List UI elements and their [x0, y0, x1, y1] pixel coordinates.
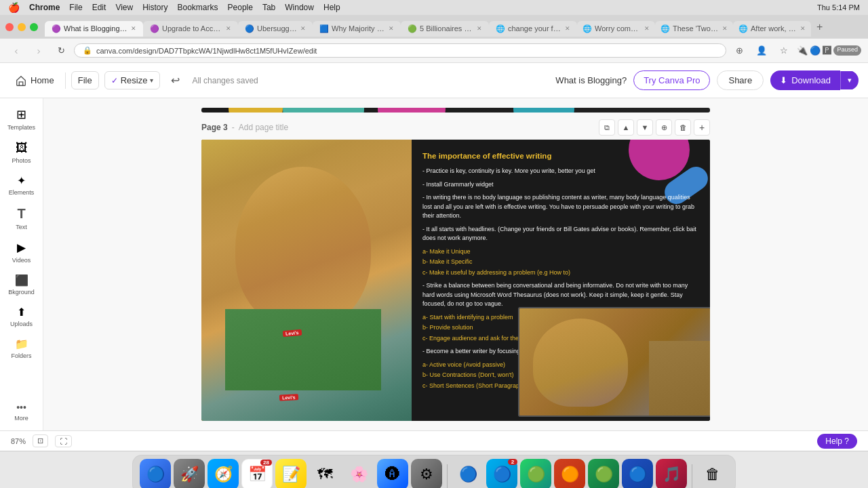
tab-close-icon[interactable]: ✕: [389, 25, 394, 32]
dock-icon-systemprefs[interactable]: ⚙: [411, 459, 442, 489]
sidebar-item-photos[interactable]: 🖼 Photos: [3, 136, 41, 169]
tab-label: What is Blogging? - Y...: [64, 24, 128, 33]
try-pro-button[interactable]: Try Canva Pro: [633, 70, 710, 90]
page-down-button[interactable]: ▼: [637, 119, 653, 136]
tab-what-is-blogging[interactable]: 🟣 What is Blogging? - Y... ✕: [45, 21, 143, 37]
back-button[interactable]: ‹: [7, 41, 26, 60]
dock-icon-notes[interactable]: 📝: [275, 459, 307, 489]
dock-icon-finder[interactable]: 🔵: [140, 459, 171, 489]
help-button[interactable]: Help ?: [817, 434, 857, 449]
menu-history[interactable]: History: [142, 3, 167, 12]
tab-why-majority[interactable]: 🟦 Why Majority Of Star... ✕: [313, 21, 401, 37]
tab-close-icon[interactable]: ✕: [477, 25, 482, 32]
ext-icon-2[interactable]: 🔵: [810, 45, 821, 56]
dock-icon-excel[interactable]: 🟢: [588, 459, 619, 489]
dock-icon-trash[interactable]: 🗑: [697, 459, 728, 489]
tab-close-icon[interactable]: ✕: [565, 25, 570, 32]
undo-button[interactable]: ↩: [165, 70, 185, 90]
menu-bookmarks[interactable]: Bookmarks: [178, 3, 218, 12]
ext-icon-1[interactable]: 🔌: [797, 45, 808, 56]
file-button[interactable]: File: [71, 71, 99, 89]
extensions-button[interactable]: ⊕: [730, 41, 749, 60]
fit-page-button[interactable]: ⊡: [33, 434, 48, 447]
dock-icon-whatsapp[interactable]: 🟢: [520, 459, 551, 489]
reload-button[interactable]: ↻: [52, 41, 71, 60]
sidebar-item-folders[interactable]: 📁 Folders: [3, 333, 41, 364]
video-overlay[interactable]: [518, 307, 710, 417]
sidebar-item-text[interactable]: T Text: [3, 201, 41, 235]
menu-file[interactable]: File: [69, 3, 82, 12]
tab-5-billionaires[interactable]: 🟢 5 Billionaires Who Dri... ✕: [401, 21, 489, 37]
page-duplicate-button[interactable]: ⊕: [656, 119, 672, 136]
dock-icon-itunes[interactable]: 🎵: [656, 459, 687, 489]
maximize-button[interactable]: [30, 23, 38, 31]
templates-icon: ⊞: [16, 107, 26, 122]
dock-icon-powerpoint[interactable]: 🟠: [554, 459, 585, 489]
home-button[interactable]: Home: [9, 71, 60, 90]
tab-upgrade[interactable]: 🟣 Upgrade to Access - ... ✕: [143, 21, 238, 37]
tab-close-icon[interactable]: ✕: [722, 25, 728, 32]
resize-button[interactable]: ✓ Resize ▾: [104, 71, 161, 89]
menu-view[interactable]: View: [115, 3, 133, 12]
skype-badge: 2: [508, 459, 517, 465]
menu-people[interactable]: People: [228, 3, 253, 12]
content-list-c1: c- Make it useful by addressing a proble…: [422, 268, 699, 278]
dock-icon-appstore[interactable]: 🅐: [377, 459, 408, 489]
download-dropdown-arrow[interactable]: ▾: [840, 71, 859, 89]
page3-add-title[interactable]: Add page title: [239, 123, 288, 132]
menu-edit[interactable]: Edit: [92, 3, 106, 12]
dock-icon-calendar[interactable]: 📅 28: [241, 459, 273, 489]
sidebar-item-videos[interactable]: ▶ Videos: [3, 236, 41, 268]
resize-label: Resize: [121, 75, 148, 85]
app-name[interactable]: Chrome: [29, 3, 60, 12]
page-add-button[interactable]: +: [694, 119, 710, 136]
levis-badge-bottom: Levi's: [279, 394, 298, 401]
menu-window[interactable]: Window: [285, 3, 314, 12]
page-copy-button[interactable]: ⧉: [599, 119, 615, 136]
sidebar-item-elements[interactable]: ✦ Elements: [3, 169, 41, 201]
tab-change-friends[interactable]: 🌐 change your friends - ... ✕: [489, 21, 577, 37]
tab-two-abilities[interactable]: 🌐 These 'Two' abilities c... ✕: [655, 21, 733, 37]
tab-worry[interactable]: 🌐 Worry comes from ov... ✕: [577, 21, 655, 37]
profile-button[interactable]: 👤: [752, 41, 771, 60]
page-delete-button[interactable]: 🗑: [675, 119, 691, 136]
tab-ubersuggest[interactable]: 🔵 Ubersuggest ✕: [238, 21, 313, 37]
video-person-face: [533, 319, 628, 407]
design-title: What is Blogging?: [555, 75, 627, 85]
menu-tab[interactable]: Tab: [262, 3, 275, 12]
saved-status: All changes saved: [192, 76, 258, 85]
url-text: canva.com/design/DAD7TbpkcWA/1NjwdlHw8ct…: [96, 47, 317, 55]
tab-close-icon[interactable]: ✕: [300, 25, 306, 32]
tab-close-icon[interactable]: ✕: [800, 25, 806, 32]
tab-close-icon[interactable]: ✕: [131, 25, 136, 32]
tab-favicon: 🟦: [319, 24, 329, 33]
sidebar-item-uploads[interactable]: ⬆ Uploads: [3, 301, 41, 332]
dock-icon-photos[interactable]: 🌸: [343, 459, 374, 489]
share-button[interactable]: Share: [717, 70, 764, 90]
dock-icon-maps[interactable]: 🗺: [309, 459, 340, 489]
dock-icon-skype[interactable]: 🔵 2: [486, 459, 517, 489]
sidebar-item-background[interactable]: ⬛ Bkground: [3, 269, 41, 300]
forward-button[interactable]: ›: [29, 41, 48, 60]
close-button[interactable]: [5, 23, 14, 31]
dock-icon-word[interactable]: 🔵: [622, 459, 653, 489]
menu-help[interactable]: Help: [323, 3, 340, 12]
page-up-button[interactable]: ▲: [618, 119, 634, 136]
slide-container[interactable]: Levi's Levi's The importance of effectiv…: [201, 140, 710, 421]
tab-close-icon[interactable]: ✕: [644, 25, 650, 32]
tab-after-work[interactable]: 🌐 After work, is what de... ✕: [733, 21, 811, 37]
sidebar-item-templates[interactable]: ⊞ Templates: [3, 102, 41, 136]
minimize-button[interactable]: [18, 23, 26, 31]
fullscreen-button[interactable]: ⛶: [55, 435, 72, 447]
ext-icon-3[interactable]: 🅿: [823, 45, 831, 56]
sidebar-item-more[interactable]: ••• More: [3, 397, 41, 426]
new-tab-button[interactable]: +: [811, 18, 828, 39]
bookmark-button[interactable]: ☆: [774, 41, 793, 60]
tab-close-icon[interactable]: ✕: [226, 25, 231, 32]
dock-icon-launchpad[interactable]: 🚀: [174, 459, 205, 489]
download-button[interactable]: ⬇ Download: [770, 70, 840, 90]
apple-menu[interactable]: 🍎: [8, 2, 20, 13]
dock-icon-safari[interactable]: 🧭: [208, 459, 239, 489]
address-bar[interactable]: 🔒 canva.com/design/DAD7TbpkcWA/1NjwdlHw8…: [74, 43, 726, 58]
dock-icon-chrome[interactable]: 🔵: [452, 459, 484, 489]
